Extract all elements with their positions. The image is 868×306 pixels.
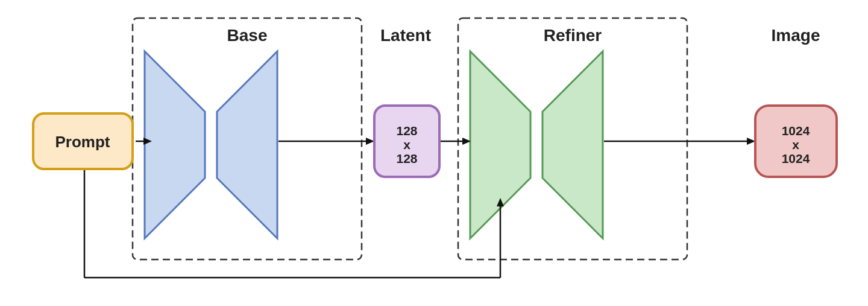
base-label: Base — [227, 26, 268, 45]
arrowhead-refiner-to-image — [747, 138, 755, 145]
arrowhead-base-to-latent — [366, 138, 374, 145]
base-encoder — [145, 51, 205, 238]
image-x-text: x — [792, 138, 799, 151]
base-decoder — [217, 51, 277, 238]
latent-size2-text: 128 — [396, 151, 417, 165]
image-size2-text: 1024 — [782, 151, 810, 165]
image-size-text: 1024 — [782, 124, 810, 138]
latent-size-text: 128 — [396, 124, 417, 138]
latent-label: Latent — [380, 26, 431, 45]
image-label: Image — [772, 26, 820, 45]
diagram-container: Base Refiner Latent Image — [0, 0, 868, 306]
latent-x-text: x — [403, 138, 410, 151]
refiner-decoder — [542, 51, 603, 238]
prompt-text: Prompt — [55, 133, 110, 151]
refiner-label: Refiner — [544, 26, 602, 45]
